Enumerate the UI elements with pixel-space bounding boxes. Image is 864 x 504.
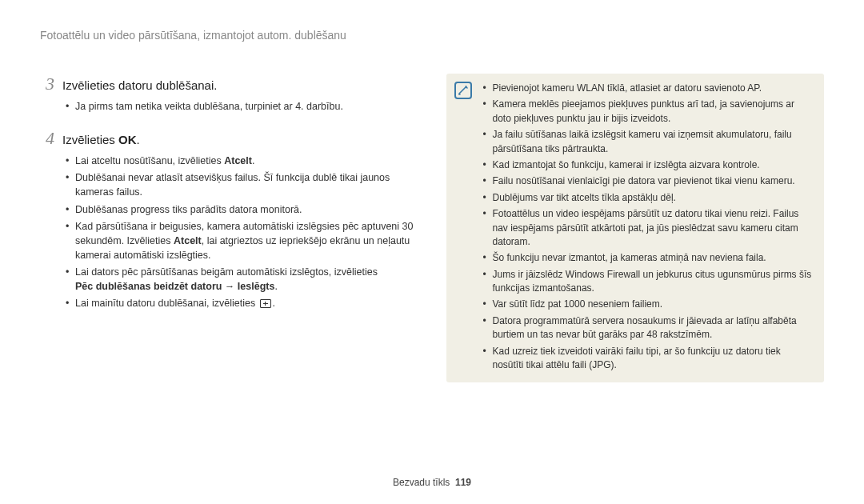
list-item: Dublējums var tikt atcelts tīkla apstākļ… bbox=[483, 191, 814, 205]
list-item: Datora programmatūrā servera nosaukums i… bbox=[483, 314, 814, 342]
list-item: Lai atceltu nosūtīšanu, izvēlieties Atce… bbox=[66, 154, 418, 168]
list-item: Ja pirms tam netika veikta dublēšana, tu… bbox=[66, 99, 418, 114]
list-item: Kad uzreiz tiek izveidoti vairāki failu … bbox=[483, 345, 814, 373]
info-bullets: Pievienojot kameru WLAN tīklā, atlasiet … bbox=[483, 82, 814, 372]
text-bold: Atcelt bbox=[174, 235, 202, 246]
footer-section: Bezvadu tīkls bbox=[393, 477, 450, 488]
list-item: Kamera meklēs pieejamos piekļuves punktu… bbox=[483, 98, 814, 126]
page-header: Fotoattēlu un video pārsūtīšana, izmanto… bbox=[40, 29, 824, 42]
list-item: Fotoattēlus un video iespējams pārsūtīt … bbox=[483, 207, 814, 249]
step-text: Izvēlieties datoru dublēšanai. bbox=[62, 78, 217, 92]
step-number: 3 bbox=[40, 74, 54, 94]
left-column: 3 Izvēlieties datoru dublēšanai. Ja pirm… bbox=[40, 74, 418, 382]
list-item: Pievienojot kameru WLAN tīklā, atlasiet … bbox=[483, 82, 814, 95]
text: . bbox=[137, 133, 140, 146]
content-columns: 3 Izvēlieties datoru dublēšanai. Ja pirm… bbox=[40, 74, 824, 382]
right-column: Pievienojot kameru WLAN tīklā, atlasiet … bbox=[446, 74, 825, 382]
text: . bbox=[252, 155, 254, 166]
step-text: Izvēlieties OK. bbox=[62, 133, 140, 146]
computer-icon bbox=[260, 299, 271, 308]
step-4: 4 Izvēlieties OK. Lai atceltu nosūtīšanu… bbox=[40, 128, 418, 310]
list-item: Kad izmantojat šo funkciju, kamerai ir i… bbox=[483, 158, 814, 172]
text-bold: OK bbox=[118, 133, 137, 146]
step-number: 4 bbox=[40, 128, 54, 149]
step-4-bullets: Lai atceltu nosūtīšanu, izvēlieties Atce… bbox=[40, 154, 418, 310]
footer-page-number: 119 bbox=[455, 477, 471, 488]
text: . bbox=[274, 281, 277, 292]
text: Lai atceltu nosūtīšanu, izvēlieties bbox=[75, 155, 224, 166]
text-bold: Atcelt bbox=[224, 155, 252, 166]
note-icon bbox=[454, 82, 472, 99]
step-3: 3 Izvēlieties datoru dublēšanai. Ja pirm… bbox=[40, 74, 418, 114]
list-item: Dublēšanas progress tiks parādīts datora… bbox=[66, 202, 418, 217]
text-bold: Pēc dublēšanas beidzēt datoru → Ieslēgts bbox=[75, 281, 274, 292]
list-item: Ja failu sūtīšanas laikā izslēgsit kamer… bbox=[483, 128, 814, 156]
list-item: Lai mainītu datoru dublēšanai, izvēlieti… bbox=[66, 296, 418, 310]
list-item: Var sūtīt līdz pat 1000 neseniem failiem… bbox=[483, 298, 814, 311]
list-item: Šo funkciju nevar izmantot, ja kameras a… bbox=[483, 251, 814, 265]
page-footer: Bezvadu tīkls 119 bbox=[0, 477, 864, 488]
list-item: Jums ir jāizslēdz Windows Firewall un je… bbox=[483, 268, 814, 296]
info-box: Pievienojot kameru WLAN tīklā, atlasiet … bbox=[446, 74, 825, 382]
list-item: Lai dators pēc pārsūtīšanas beigām autom… bbox=[66, 265, 418, 294]
text: Izvēlieties bbox=[62, 133, 118, 146]
list-item: Dublēšanai nevar atlasīt atsevišķus fail… bbox=[66, 170, 418, 199]
text: Lai dators pēc pārsūtīšanas beigām autom… bbox=[75, 266, 378, 278]
text: Lai mainītu datoru dublēšanai, izvēlieti… bbox=[75, 298, 258, 309]
step-3-bullets: Ja pirms tam netika veikta dublēšana, tu… bbox=[40, 99, 418, 114]
list-item: Kad pārsūtīšana ir beigusies, kamera aut… bbox=[66, 219, 418, 262]
list-item: Failu nosūtīšanai vienlaicīgi pie datora… bbox=[483, 174, 814, 188]
